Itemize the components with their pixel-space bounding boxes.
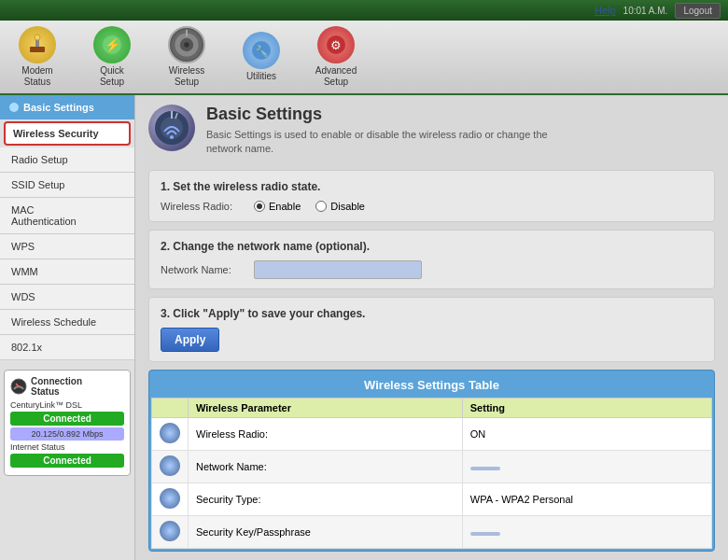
table-row: Security Type:WPA - WPA2 Personal	[152, 483, 712, 515]
wireless-setup-page-icon	[153, 109, 190, 147]
utilities-label: Utilities	[246, 71, 276, 82]
connection-status-title: Connection Status	[10, 376, 124, 397]
row-setting	[462, 450, 711, 483]
quick-setup-icon: ⚡	[93, 26, 131, 63]
svg-point-2	[35, 35, 40, 40]
advanced-setup-label: AdvancedSetup	[315, 65, 357, 88]
apply-button[interactable]: Apply	[161, 328, 219, 352]
svg-text:🔧: 🔧	[255, 44, 269, 58]
wireless-settings-table-container: Wireless Settings Table Wireless Paramet…	[148, 370, 715, 552]
nav-utilities[interactable]: 🔧 Utilities	[233, 32, 289, 82]
nav-wireless-setup[interactable]: WirelessSetup	[159, 26, 215, 88]
isp-label: CenturyLink™ DSL	[10, 400, 124, 410]
wireless-radio-group[interactable]: Enable Disable	[254, 201, 365, 212]
modem-status-label: ModemStatus	[21, 65, 52, 88]
speedometer-icon	[10, 378, 27, 395]
table-row: Security Key/Passphrase	[152, 515, 712, 548]
section-dot-icon	[9, 103, 19, 112]
nav-modem-status[interactable]: ModemStatus	[9, 26, 65, 88]
row-icon-cell	[152, 417, 189, 450]
setting-value-blue	[470, 532, 500, 536]
wireless-setup-icon	[168, 26, 205, 63]
page-description: Basic Settings is used to enable or disa…	[206, 128, 561, 157]
sidebar-item-wmm[interactable]: WMM	[0, 259, 134, 285]
sidebar-item-wds[interactable]: WDS	[0, 285, 134, 310]
internet-status-label: Internet Status	[10, 442, 124, 452]
connection-status-panel: Connection Status CenturyLink™ DSL Conne…	[4, 370, 131, 476]
row-icon	[160, 455, 180, 476]
network-name-label: Network Name:	[161, 264, 245, 275]
radio-enable[interactable]: Enable	[254, 201, 301, 212]
disable-radio-label: Disable	[330, 201, 365, 212]
sidebar: Basic Settings Wireless Security Radio S…	[0, 95, 135, 560]
page-header: Basic Settings Basic Settings is used to…	[148, 105, 715, 157]
row-setting: ON	[462, 417, 711, 450]
row-icon-cell	[152, 483, 189, 515]
row-icon	[160, 488, 180, 509]
sidebar-item-radio-setup[interactable]: Radio Setup	[0, 147, 134, 173]
wireless-settings-table: Wireless Parameter Setting Wireless Radi…	[151, 398, 712, 549]
help-link[interactable]: Help	[595, 5, 616, 16]
nav-quick-setup[interactable]: ⚡ QuickSetup	[84, 26, 140, 88]
network-name-row: Network Name:	[161, 260, 703, 279]
row-icon	[160, 521, 180, 541]
row-icon-cell	[152, 515, 189, 548]
svg-rect-0	[30, 47, 45, 52]
disable-radio-dot	[315, 201, 327, 212]
enable-radio-dot	[254, 201, 265, 212]
section2-title: 2. Change the network name (optional).	[161, 240, 703, 253]
sidebar-section-basic-settings[interactable]: Basic Settings	[0, 95, 134, 119]
row-icon-cell	[152, 450, 189, 483]
connected-badge: Connected	[10, 412, 124, 426]
row-icon	[160, 423, 180, 443]
page-title-block: Basic Settings Basic Settings is used to…	[206, 105, 561, 157]
network-name-input[interactable]	[254, 260, 422, 279]
enable-radio-label: Enable	[269, 201, 301, 212]
nav-advanced-setup[interactable]: ⚙ AdvancedSetup	[308, 26, 364, 88]
top-bar: Help 10:01 A.M. Logout	[0, 0, 728, 21]
sidebar-item-802-1x[interactable]: 802.1x	[0, 335, 134, 360]
section-apply: 3. Click "Apply" to save your changes. A…	[148, 297, 715, 362]
quick-setup-label: QuickSetup	[100, 65, 124, 88]
wireless-radio-row: Wireless Radio: Enable Disable	[161, 201, 703, 212]
wireless-radio-label: Wireless Radio:	[161, 201, 245, 212]
table-row: Network Name:	[152, 450, 712, 483]
row-parameter: Wireless Radio:	[189, 417, 463, 450]
wireless-setup-label: WirelessSetup	[169, 65, 204, 88]
row-parameter: Security Key/Passphrase	[189, 515, 463, 548]
main-layout: Basic Settings Wireless Security Radio S…	[0, 95, 728, 560]
table-row: Wireless Radio:ON	[152, 417, 712, 450]
row-parameter: Security Type:	[189, 483, 463, 515]
radio-disable[interactable]: Disable	[315, 201, 365, 212]
svg-text:⚙: ⚙	[330, 38, 342, 52]
wireless-settings-table-title: Wireless Settings Table	[151, 372, 712, 398]
section-network-name: 2. Change the network name (optional). N…	[148, 230, 715, 289]
table-col-icon	[152, 398, 189, 417]
page-icon	[148, 105, 195, 151]
row-parameter: Network Name:	[189, 450, 463, 483]
sidebar-section-label: Basic Settings	[23, 102, 94, 113]
row-setting	[462, 515, 711, 548]
sidebar-item-wps[interactable]: WPS	[0, 234, 134, 259]
table-col-parameter: Wireless Parameter	[189, 398, 463, 417]
internet-connected-badge: Connected	[10, 454, 124, 468]
sidebar-item-mac-authentication[interactable]: MACAuthentication	[0, 198, 134, 234]
advanced-setup-icon: ⚙	[317, 26, 355, 63]
utilities-icon: 🔧	[243, 32, 280, 69]
svg-text:⚡: ⚡	[105, 37, 121, 53]
table-col-setting: Setting	[462, 398, 711, 417]
top-bar-time: 10:01 A.M.	[623, 6, 668, 16]
speed-badge: 20.125/0.892 Mbps	[10, 427, 124, 441]
sidebar-item-ssid-setup[interactable]: SSID Setup	[0, 173, 134, 198]
sidebar-item-wireless-schedule[interactable]: Wireless Schedule	[0, 310, 134, 335]
page-title: Basic Settings	[206, 105, 561, 124]
modem-status-icon	[19, 26, 56, 63]
nav-bar: ModemStatus ⚡ QuickSetup WirelessSetup 🔧…	[0, 21, 728, 95]
content-area: Basic Settings Basic Settings is used to…	[135, 95, 728, 560]
logout-button[interactable]: Logout	[675, 3, 721, 19]
svg-point-18	[170, 135, 174, 139]
sidebar-item-wireless-security[interactable]: Wireless Security	[4, 121, 131, 146]
section3-title: 3. Click "Apply" to save your changes.	[161, 307, 703, 320]
svg-point-8	[184, 42, 189, 47]
setting-value-blue	[470, 467, 500, 470]
